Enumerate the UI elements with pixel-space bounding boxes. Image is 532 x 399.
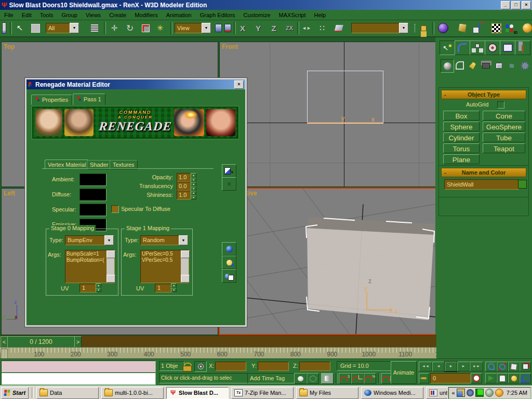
object-type-button[interactable]: Plane [443,154,480,164]
tab-motion-icon[interactable] [485,41,500,55]
dialog-close-button[interactable]: × [234,81,244,89]
object-type-button[interactable]: Torus [443,143,480,153]
zoom-icon[interactable] [485,362,497,371]
maxscript-listener-white[interactable] [1,373,156,385]
degradation-override-icon[interactable] [321,373,334,384]
snap-toggle-3d-icon[interactable]: 3 [339,373,351,384]
region-select-icon[interactable] [29,22,42,34]
stage-0-args-scrollbar[interactable] [107,250,114,283]
zoom-all-icon[interactable] [497,362,508,371]
scroll-up-icon[interactable] [181,250,190,258]
shininess-field[interactable]: 1.0 [177,191,192,200]
menu-item[interactable]: Group [57,11,82,19]
object-type-button[interactable]: Cylinder [443,132,480,142]
stage-1-uv-spinner[interactable]: ▲▼ [171,283,177,292]
object-type-button[interactable]: GeoSphere [483,122,525,131]
warning-tray-icon[interactable] [495,389,503,397]
tab-modify-icon[interactable] [455,41,470,55]
task-paint[interactable]: untitled - Paint [426,387,447,399]
array-icon[interactable]: ∷ [316,22,328,34]
percent-snap-icon[interactable]: % [364,373,376,384]
assign-material-button[interactable] [222,269,236,283]
add-time-tag[interactable]: Add Time Tag [247,373,295,383]
translucency-spinner[interactable]: ▲▼ [191,182,196,191]
task-multi[interactable]: multi-1.0.0-bi... [101,387,164,399]
select-object-icon[interactable]: ↖ [14,22,26,34]
coordinate-system-arrow-icon[interactable]: ▼ [202,23,211,33]
render-icon[interactable] [522,22,532,34]
task-my-files[interactable]: My Files [296,387,358,399]
z-coord-field[interactable] [299,362,330,371]
dialog-titlebar[interactable]: Renegade Material Editor × [26,79,245,89]
stage-0-uv-field[interactable]: 1 [79,284,97,292]
key-mode-icon[interactable] [419,373,429,383]
display-warning-tray-icon[interactable] [457,389,465,397]
category-cameras-icon[interactable] [480,59,492,72]
diffuse-color-swatch[interactable] [79,189,107,201]
viewport-perspective[interactable]: Perspective [219,188,436,335]
track-bar-handle[interactable] [1,349,8,359]
timeline-next-icon[interactable]: > [74,336,82,348]
start-button[interactable]: Start [1,387,29,399]
menu-item[interactable]: Edit [18,11,36,19]
pan-view-icon[interactable] [497,373,508,383]
object-color-swatch[interactable] [518,180,527,189]
menu-item[interactable]: Customize [240,11,275,19]
tab-pass-1[interactable]: Pass 1 [73,94,105,105]
specular-color-swatch[interactable] [79,204,107,216]
previous-frame-icon[interactable]: ◄ [432,362,445,371]
track-view-icon[interactable] [436,22,450,34]
tab-properties[interactable]: Properties [31,95,72,105]
restrict-x-icon[interactable]: X [237,22,248,34]
specular-to-diffuse-checkbox[interactable] [111,205,119,213]
play-animation-icon[interactable]: ► [445,362,457,371]
tab-display-icon[interactable] [500,41,515,55]
stage-1-uv-field[interactable]: 1 [155,284,172,292]
spin-up-icon[interactable]: ▲ [191,173,196,178]
opacity-spinner[interactable]: ▲▼ [191,173,196,182]
select-and-scale-icon[interactable] [139,22,152,34]
min-max-toggle-icon[interactable] [520,373,531,383]
select-and-manipulate-icon[interactable]: ✳ [154,22,166,34]
stage-0-uv-spinner[interactable]: ▲▼ [96,283,101,292]
time-slider[interactable]: 0 / 1200 [7,336,75,348]
menu-item[interactable]: Create [105,11,130,19]
named-selection-arrow-icon[interactable]: ▼ [399,23,408,33]
restrict-z-icon[interactable]: Z [268,22,280,34]
viewport-left-label[interactable]: Left [4,190,15,197]
status-green-tray-icon[interactable] [475,389,484,397]
spin-up-icon[interactable]: ▲ [191,182,196,187]
category-helpers-icon[interactable] [493,59,505,72]
stage-0-type-dropdown[interactable]: BumpEnv [65,235,108,245]
object-type-button[interactable]: Cone [483,111,525,121]
tab-hierarchy-icon[interactable] [470,41,485,55]
track-bar[interactable]: 100200300400500600700800900100011001200 [0,347,436,359]
scroll-down-icon[interactable] [181,275,190,283]
tray-clock[interactable]: 7:25 AM [507,390,527,396]
stage-1-args-box[interactable]: UPerSec=0.5 VPerSec=0.5 [140,250,189,283]
spin-down-icon[interactable]: ▼ [191,195,196,200]
name-color-header[interactable]: - Name and Color [441,168,526,177]
current-frame-field[interactable]: 0 [430,373,472,383]
spin-down-icon[interactable]: ▼ [171,288,177,292]
task-data[interactable]: Data [36,387,99,399]
material-ids-icon[interactable]: ID [505,22,517,34]
viewport-top-label[interactable]: Top [4,43,15,50]
menu-item[interactable]: Tools [36,11,58,19]
material-balls-button[interactable] [222,256,236,269]
animate-button[interactable]: Animate [391,361,417,384]
zoom-extents-icon[interactable] [508,362,520,371]
time-configuration-icon[interactable] [471,373,482,383]
menu-item[interactable]: File [0,11,18,19]
task-slow-blast[interactable]: ΨSlow Blast D... [166,387,229,399]
selection-region-icon[interactable] [294,373,307,384]
viewport-front-label[interactable]: Front [222,43,238,50]
zoom-extents-all-icon[interactable] [520,362,531,371]
tab-create-icon[interactable]: ↖✱ [440,41,455,55]
menu-item[interactable]: Animation [162,11,196,19]
category-systems-icon[interactable] [518,59,531,72]
autogrid-checkbox[interactable] [497,101,504,109]
category-shapes-icon[interactable] [454,59,466,72]
update-tray-icon[interactable] [485,389,494,397]
selection-filter-arrow-icon[interactable]: ▼ [70,23,79,33]
